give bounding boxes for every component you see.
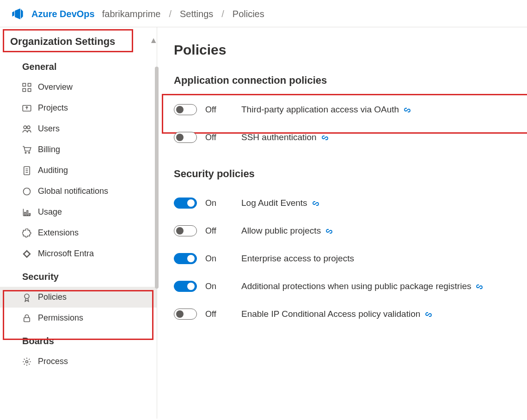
breadcrumb-separator: /: [169, 9, 172, 19]
toggle-state-label: Off: [205, 105, 233, 115]
policy-label-text: Log Audit Events: [241, 198, 307, 208]
policy-row-oauth: Off Third-party application access via O…: [174, 96, 518, 124]
breadcrumb-org[interactable]: fabrikamprime: [102, 9, 161, 19]
svg-rect-2: [23, 88, 25, 91]
svg-rect-3: [28, 88, 31, 91]
policy-section-security: Security policies On Log Audit Events Of…: [174, 168, 518, 328]
policy-row-public-projects: Off Allow public projects: [174, 217, 518, 245]
sidebar-item-permissions[interactable]: Permissions: [0, 308, 157, 328]
toggle-state-label: On: [205, 198, 233, 208]
svg-rect-12: [29, 213, 31, 215]
toggle-state-label: Off: [205, 133, 233, 142]
link-icon[interactable]: [312, 199, 319, 207]
sidebar-item-label: Overview: [38, 82, 73, 92]
main-content: Policies Application connection policies…: [157, 27, 527, 419]
breadcrumb-policies[interactable]: Policies: [233, 9, 264, 19]
section-header-security: Security: [0, 264, 157, 287]
sidebar-item-label: Extensions: [38, 228, 79, 238]
sidebar-item-label: Permissions: [38, 313, 83, 323]
breadcrumb-settings[interactable]: Settings: [180, 9, 213, 19]
link-icon[interactable]: [325, 227, 333, 235]
toggle-log-audit[interactable]: [174, 198, 197, 209]
section-header-boards: Boards: [0, 328, 157, 351]
svg-point-15: [26, 360, 28, 363]
policy-label: Allow public projects: [241, 226, 333, 236]
policy-label: Third-party application access via OAuth: [241, 105, 411, 115]
svg-point-13: [25, 294, 29, 298]
toggle-enterprise-access[interactable]: [174, 253, 197, 264]
badge-icon: [22, 293, 31, 302]
link-icon[interactable]: [404, 106, 411, 113]
toggle-state-label: On: [205, 254, 233, 264]
link-icon[interactable]: [425, 310, 432, 318]
link-icon[interactable]: [321, 134, 329, 141]
svg-point-7: [25, 152, 26, 154]
policy-label: Additional protections when using public…: [241, 281, 483, 291]
sidebar-item-policies[interactable]: Policies: [0, 287, 157, 308]
lock-icon: [22, 314, 31, 323]
policy-row-log-audit: On Log Audit Events: [174, 189, 518, 217]
sidebar-item-global-notifications[interactable]: Global notifications: [0, 181, 157, 202]
toggle-ip-conditional[interactable]: [174, 309, 197, 320]
sidebar-item-process[interactable]: Process: [0, 351, 157, 372]
grid-icon: [22, 83, 31, 92]
sidebar-item-label: Microsoft Entra: [38, 249, 94, 259]
section-header-general: General: [0, 54, 157, 77]
policy-label-text: Third-party application access via OAuth: [241, 105, 399, 115]
breadcrumb: fabrikamprime / Settings / Policies: [102, 9, 264, 19]
cart-icon: [22, 145, 31, 154]
diamond-icon: [22, 249, 31, 259]
policy-label: SSH authentication: [241, 132, 329, 142]
sidebar: ▲ Organization Settings General Overview…: [0, 27, 157, 419]
puzzle-icon: [22, 229, 31, 238]
toggle-package-registries[interactable]: [174, 281, 197, 292]
toggle-public-projects[interactable]: [174, 225, 197, 236]
svg-point-5: [24, 126, 26, 129]
policy-row-enterprise-access: On Enterprise access to projects: [174, 245, 518, 272]
toggle-state-label: On: [205, 282, 233, 291]
sidebar-item-extensions[interactable]: Extensions: [0, 222, 157, 243]
policy-label-text: Enable IP Conditional Access policy vali…: [241, 309, 420, 319]
policy-label-text: SSH authentication: [241, 132, 317, 142]
sidebar-item-usage[interactable]: Usage: [0, 202, 157, 222]
toggle-oauth[interactable]: [174, 104, 197, 115]
svg-rect-14: [24, 317, 30, 321]
policy-label-text: Allow public projects: [241, 226, 321, 236]
svg-rect-1: [28, 83, 31, 86]
sidebar-item-label: Projects: [38, 103, 68, 113]
policy-section-app-connection: Application connection policies Off Thir…: [174, 74, 518, 151]
sidebar-item-users[interactable]: Users: [0, 118, 157, 139]
sidebar-item-projects[interactable]: Projects: [0, 98, 157, 118]
sidebar-item-overview[interactable]: Overview: [0, 77, 157, 98]
policy-label-text: Enterprise access to projects: [241, 253, 354, 264]
sidebar-item-label: Billing: [38, 145, 60, 154]
chart-icon: [22, 208, 31, 217]
sidebar-item-label: Policies: [38, 292, 67, 302]
sidebar-item-auditing[interactable]: Auditing: [0, 160, 157, 181]
sidebar-item-billing[interactable]: Billing: [0, 139, 157, 160]
sidebar-title: Organization Settings: [0, 36, 157, 54]
upload-icon: [22, 104, 31, 113]
breadcrumb-separator: /: [221, 9, 224, 19]
svg-point-6: [27, 126, 30, 129]
policy-label: Enterprise access to projects: [241, 253, 354, 264]
toggle-state-label: Off: [205, 226, 233, 236]
policy-section-title: Application connection policies: [174, 74, 518, 86]
toggle-state-label: Off: [205, 309, 233, 319]
policy-label-text: Additional protections when using public…: [241, 281, 471, 291]
policy-row-ip-conditional: Off Enable IP Conditional Access policy …: [174, 300, 518, 328]
svg-point-8: [29, 152, 30, 154]
policy-row-ssh: Off SSH authentication: [174, 124, 518, 151]
policy-section-title: Security policies: [174, 168, 518, 180]
toggle-ssh[interactable]: [174, 132, 197, 143]
notebook-icon: [22, 166, 31, 175]
sidebar-item-microsoft-entra[interactable]: Microsoft Entra: [0, 243, 157, 264]
brand-link[interactable]: Azure DevOps: [31, 9, 95, 19]
link-icon[interactable]: [476, 283, 483, 290]
scroll-up-icon[interactable]: ▲: [149, 36, 158, 45]
sidebar-item-label: Users: [38, 124, 60, 134]
policy-row-package-registries: On Additional protections when using pub…: [174, 272, 518, 300]
sidebar-item-label: Usage: [38, 207, 62, 217]
svg-rect-11: [27, 210, 28, 215]
chat-icon: [22, 187, 31, 196]
